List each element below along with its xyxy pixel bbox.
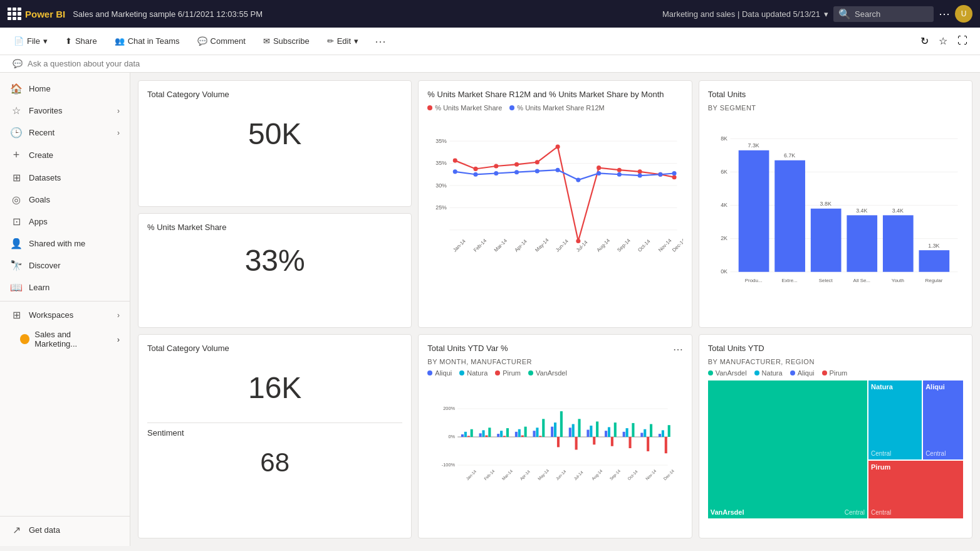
svg-text:Jan-14: Jan-14 <box>466 469 477 481</box>
ytd-manufacturer-title: Total Units YTD <box>708 344 963 353</box>
edit-chevron: ▾ <box>354 36 358 46</box>
sidebar-item-discover[interactable]: 🔭 Discover <box>0 255 130 276</box>
sidebar-item-apps[interactable]: ⊡ Apps <box>0 211 130 233</box>
ytd-var-subtitle: BY MONTH, MANUFACTURER <box>427 358 532 365</box>
treemap-aliqui: Aliqui Central <box>923 380 963 459</box>
svg-rect-103 <box>569 428 571 437</box>
sidebar-item-recent[interactable]: 🕒 Recent › <box>0 122 130 144</box>
svg-rect-126 <box>668 425 670 437</box>
chat-in-teams-button[interactable]: 👥 Chat in Teams <box>111 34 184 48</box>
svg-rect-113 <box>611 437 613 446</box>
svg-text:Extre...: Extre... <box>781 278 797 283</box>
svg-text:Jan-14: Jan-14 <box>452 238 467 253</box>
sidebar-item-goals[interactable]: ◎ Goals <box>0 189 130 211</box>
svg-text:200%: 200% <box>444 406 456 411</box>
get-data-button[interactable]: ↗ Get data <box>0 519 130 541</box>
workspaces-chevron-icon: › <box>117 311 120 320</box>
treemap-right: Natura Central Aliqui Central Pirum Cent… <box>868 380 963 518</box>
search-input[interactable] <box>855 9 929 19</box>
svg-rect-95 <box>533 431 536 437</box>
avatar[interactable]: U <box>955 5 972 23</box>
comment-button[interactable]: 💬 Comment <box>194 34 249 48</box>
sidebar-item-workspaces[interactable]: ⊞ Workspaces › <box>0 304 130 326</box>
fullscreen-icon[interactable]: ⛶ <box>955 33 970 50</box>
center-info: Marketing and sales | Data updated 5/13/… <box>662 9 828 19</box>
total-volume-2-value: 16K <box>147 358 402 417</box>
sidebar-item-home[interactable]: 🏠 Home <box>0 78 130 100</box>
nav-icons: ⋯ U <box>939 5 972 23</box>
svg-point-13 <box>535 160 540 164</box>
refresh-icon[interactable]: ↻ <box>918 33 931 50</box>
sales-marketing-chevron-icon: › <box>117 335 120 344</box>
pct-share-value: 33% <box>147 237 402 284</box>
edit-button[interactable]: ✏ Edit ▾ <box>323 34 362 48</box>
svg-text:4K: 4K <box>721 202 727 208</box>
svg-rect-93 <box>521 435 524 436</box>
edit-icon: ✏ <box>327 36 334 46</box>
main-layout: 🏠 Home ☆ Favorites › 🕒 Recent › + Create… <box>0 73 980 546</box>
svg-rect-118 <box>632 423 635 437</box>
svg-text:Mar-14: Mar-14 <box>501 468 514 481</box>
more-toolbar-icon[interactable]: ⋯ <box>375 34 386 48</box>
svg-rect-91 <box>515 432 518 437</box>
svg-rect-85 <box>486 435 488 436</box>
svg-point-21 <box>453 169 457 174</box>
card-total-volume-1: Total Category Volume 50K <box>138 80 412 207</box>
sidebar-item-datasets[interactable]: ⊞ Datasets <box>0 167 130 189</box>
svg-text:Aug-14: Aug-14 <box>591 468 604 481</box>
svg-rect-80 <box>464 432 467 437</box>
svg-text:7.3K: 7.3K <box>748 142 759 149</box>
home-icon: 🏠 <box>10 83 23 95</box>
ytd-var-more-icon[interactable]: ⋯ <box>673 344 683 355</box>
sidebar-item-favorites[interactable]: ☆ Favorites › <box>0 100 130 122</box>
sidebar-item-create[interactable]: + Create <box>0 144 130 167</box>
svg-rect-67 <box>883 215 914 271</box>
svg-text:35%: 35% <box>436 160 447 166</box>
svg-point-26 <box>556 168 560 172</box>
svg-rect-123 <box>659 434 661 437</box>
svg-rect-70 <box>919 250 949 272</box>
share-button[interactable]: ⬆ Share <box>61 34 101 48</box>
qa-bar: 💬 <box>0 55 980 73</box>
file-button[interactable]: 📄 File ▾ <box>10 34 51 48</box>
svg-point-28 <box>597 171 601 176</box>
treemap-top-right: Natura Central Aliqui Central <box>868 380 963 459</box>
svg-rect-105 <box>575 437 578 449</box>
svg-text:All Se...: All Se... <box>853 278 870 283</box>
bar-chart-subtitle: BY SEGMENT <box>708 104 963 112</box>
svg-text:Youth: Youth <box>891 278 904 283</box>
sidebar-item-sales-marketing[interactable]: Sales and Marketing... › <box>0 326 130 352</box>
more-options-icon[interactable]: ⋯ <box>939 7 950 21</box>
line-chart-svg: 35% 35% 30% 25% <box>427 115 682 300</box>
ytd-var-legend: Aliqui Natura Pirum VanArsdel <box>427 369 682 377</box>
svg-point-31 <box>659 172 663 177</box>
svg-rect-94 <box>524 426 527 436</box>
svg-point-16 <box>597 165 601 170</box>
sidebar-item-learn[interactable]: 📖 Learn <box>0 276 130 298</box>
search-box[interactable]: 🔍 <box>833 6 934 22</box>
svg-rect-64 <box>847 215 877 271</box>
svg-rect-107 <box>587 429 590 436</box>
svg-rect-101 <box>557 437 560 447</box>
svg-point-27 <box>576 178 581 182</box>
svg-text:Oct-14: Oct-14 <box>627 469 639 481</box>
waffle-menu[interactable] <box>8 8 20 20</box>
svg-text:8K: 8K <box>721 135 727 142</box>
svg-rect-125 <box>665 437 667 453</box>
svg-text:Apr-14: Apr-14 <box>519 469 532 481</box>
legend-item-units-share: % Units Market Share <box>427 104 502 112</box>
svg-rect-119 <box>641 433 644 437</box>
teams-icon: 👥 <box>115 36 125 46</box>
ytd-var-svg: 200% 0% -100% <box>427 380 682 493</box>
svg-text:6.7K: 6.7K <box>784 152 795 159</box>
workspace-dot <box>20 334 29 344</box>
sidebar-item-shared[interactable]: 👤 Shared with me <box>0 233 130 255</box>
card-ytd-var: Total Units YTD Var % BY MONTH, MANUFACT… <box>418 334 692 538</box>
subscribe-button[interactable]: ✉ Subscribe <box>259 34 313 48</box>
svg-text:Jun-14: Jun-14 <box>555 469 567 481</box>
comment-icon: 💬 <box>197 36 207 46</box>
favorite-icon[interactable]: ☆ <box>936 33 950 50</box>
qa-input[interactable] <box>28 59 278 68</box>
svg-text:Produ...: Produ... <box>744 278 762 283</box>
svg-rect-83 <box>479 433 482 437</box>
